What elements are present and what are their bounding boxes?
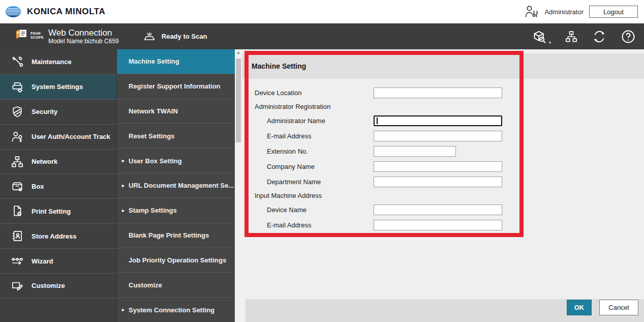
submenu-item-label: System Connection Setting xyxy=(129,306,214,314)
pagescope-wordmark: PAGE SCOPE xyxy=(30,32,44,39)
network-map-icon[interactable] xyxy=(565,30,578,43)
section-label: Input Machine Address xyxy=(242,192,322,199)
scrollbar-thumb[interactable] xyxy=(236,58,241,142)
sidebar-item-customize[interactable]: Customize xyxy=(0,273,116,298)
e-mail-address-input[interactable] xyxy=(374,220,502,230)
sidebar-item-label: Box xyxy=(32,183,44,190)
submenu-item-stamp-settings[interactable]: ►Stamp Settings xyxy=(117,198,235,223)
company-name-input[interactable] xyxy=(374,161,502,172)
field-label: Device Name xyxy=(242,206,374,214)
device-search-icon[interactable]: ▴ xyxy=(532,29,551,44)
form-row-administrator-name: Administrator Name xyxy=(242,113,644,128)
device-name-input[interactable] xyxy=(374,204,502,215)
submenu-item-machine-setting[interactable]: Machine Setting xyxy=(117,49,235,74)
sidebar-item-print-setting[interactable]: Print Setting xyxy=(0,198,116,223)
submenu-item-label: Network TWAIN xyxy=(129,107,178,115)
expand-arrow-icon: ► xyxy=(121,158,129,163)
field-label: Extension No. xyxy=(242,148,374,155)
submenu-item-network-twain[interactable]: Network TWAIN xyxy=(117,99,235,124)
cancel-button[interactable]: Cancel xyxy=(599,300,638,315)
sidebar-item-user-auth-account-track[interactable]: User Auth/Account Track xyxy=(0,124,116,149)
form-section-administrator-registration: Administrator Registration xyxy=(242,100,644,113)
field-label: E-mail Address xyxy=(242,221,374,229)
sidebar-item-wizard[interactable]: Wizard xyxy=(0,248,116,273)
submenu-scrollbar[interactable]: ▲ xyxy=(235,49,242,322)
form-row-extension-no-: Extension No. xyxy=(242,143,644,159)
sidebar-item-label: Wizard xyxy=(32,257,53,265)
page-title: Machine Setting xyxy=(252,62,306,70)
submenu-item-reset-settings[interactable]: Reset Settings xyxy=(117,123,235,148)
customize-pencil-icon xyxy=(10,279,24,292)
form-row-device-location: Device Location xyxy=(242,85,644,100)
sidebar-item-security[interactable]: Security xyxy=(0,99,116,124)
submenu-item-customize[interactable]: Customize xyxy=(117,272,235,297)
help-icon[interactable] xyxy=(621,29,636,44)
security-shield-icon xyxy=(10,105,24,119)
refresh-icon[interactable] xyxy=(592,29,607,44)
model-name: Model Name:bizhub C659 xyxy=(48,38,119,45)
user-area: Administrator Logout xyxy=(524,4,638,19)
scanner-icon xyxy=(142,31,157,43)
content-header-band: Machine Setting xyxy=(242,53,644,79)
user-auth-key-icon xyxy=(10,130,24,143)
wizard-steps-icon xyxy=(10,254,24,268)
top-bar: KONICA MINOLTA Administrator Logout xyxy=(0,0,644,23)
address-book-icon xyxy=(10,229,24,243)
scroll-up-arrow-icon[interactable]: ▲ xyxy=(235,50,242,55)
sidebar-item-store-address[interactable]: Store Address xyxy=(0,223,116,248)
sidebar-item-box[interactable]: Box xyxy=(0,173,116,198)
logout-button[interactable]: Logout xyxy=(589,6,638,18)
submenu-item-label: Stamp Settings xyxy=(129,207,177,214)
pagescope-icon xyxy=(14,28,28,41)
expand-arrow-icon: ► xyxy=(121,183,129,188)
submenu-item-label: Customize xyxy=(129,281,162,289)
main-layout: MaintenanceSystem SettingsSecurityUser A… xyxy=(0,49,644,322)
system-settings-icon xyxy=(10,80,24,94)
submenu-item-label: User Box Setting xyxy=(129,157,182,165)
extension-no--input[interactable] xyxy=(374,146,456,157)
submenu-item-register-support-information[interactable]: Register Support Information xyxy=(117,74,235,99)
sidebar-item-label: System Settings xyxy=(32,83,83,91)
sidebar-item-label: Store Address xyxy=(32,232,76,240)
sidebar-item-label: Customize xyxy=(32,282,65,289)
submenu-item-user-box-setting[interactable]: ►User Box Setting xyxy=(117,148,235,173)
submenu-item-blank-page-print-settings[interactable]: Blank Page Print Settings xyxy=(117,223,235,248)
submenu-item-label: Register Support Information xyxy=(129,82,221,90)
section-label: Administrator Registration xyxy=(242,103,331,110)
sidebar-item-label: Network xyxy=(32,158,57,165)
machine-setting-form: Device LocationAdministrator Registratio… xyxy=(242,79,644,232)
admin-person-wrench-icon xyxy=(524,4,539,19)
department-name-input[interactable] xyxy=(374,177,502,187)
brand: KONICA MINOLTA xyxy=(5,5,105,18)
device-location-input[interactable] xyxy=(374,87,502,98)
e-mail-address-input[interactable] xyxy=(374,131,502,141)
sidebar-item-label: Print Setting xyxy=(32,208,71,215)
content-panel: Machine Setting Device LocationAdministr… xyxy=(242,49,644,322)
sidebar-item-system-settings[interactable]: System Settings xyxy=(0,74,116,99)
field-label: Company Name xyxy=(242,163,374,170)
dropdown-caret-icon: ▴ xyxy=(549,40,551,44)
field-label: Department Name xyxy=(242,178,374,186)
field-label: Device Location xyxy=(242,89,374,97)
administrator-name-input[interactable] xyxy=(374,115,502,126)
network-map-icon xyxy=(10,155,24,168)
submenu-item-label: URL Document Management Se... xyxy=(129,182,234,189)
submenu-item-job-priority-operation-settings[interactable]: Job Priority Operation Settings xyxy=(117,248,235,273)
appbar-icon-group: ▴ xyxy=(532,29,636,44)
app-bar: PAGE SCOPE Web Connection Model Name:biz… xyxy=(0,23,644,49)
submenu-item-label: Job Priority Operation Settings xyxy=(129,256,226,264)
form-section-input-machine-address: Input Machine Address xyxy=(242,189,644,202)
ok-button[interactable]: OK xyxy=(567,300,592,315)
sidebar-item-network[interactable]: Network xyxy=(0,149,116,174)
form-row-company-name: Company Name xyxy=(242,159,644,174)
submenu-item-system-connection-setting[interactable]: ►System Connection Setting xyxy=(117,297,235,322)
sidebar-item-maintenance[interactable]: Maintenance xyxy=(0,49,116,74)
sidebar-item-label: Security xyxy=(32,108,57,115)
status-text: Ready to Scan xyxy=(162,33,207,40)
app-title: Web Connection xyxy=(48,28,119,38)
field-label: E-mail Address xyxy=(242,132,374,140)
form-row-e-mail-address: E-mail Address xyxy=(242,128,644,143)
submenu-item-url-document-management-se-[interactable]: ►URL Document Management Se... xyxy=(117,173,235,198)
primary-sidebar: MaintenanceSystem SettingsSecurityUser A… xyxy=(0,49,116,322)
sidebar-item-label: User Auth/Account Track xyxy=(32,133,110,140)
